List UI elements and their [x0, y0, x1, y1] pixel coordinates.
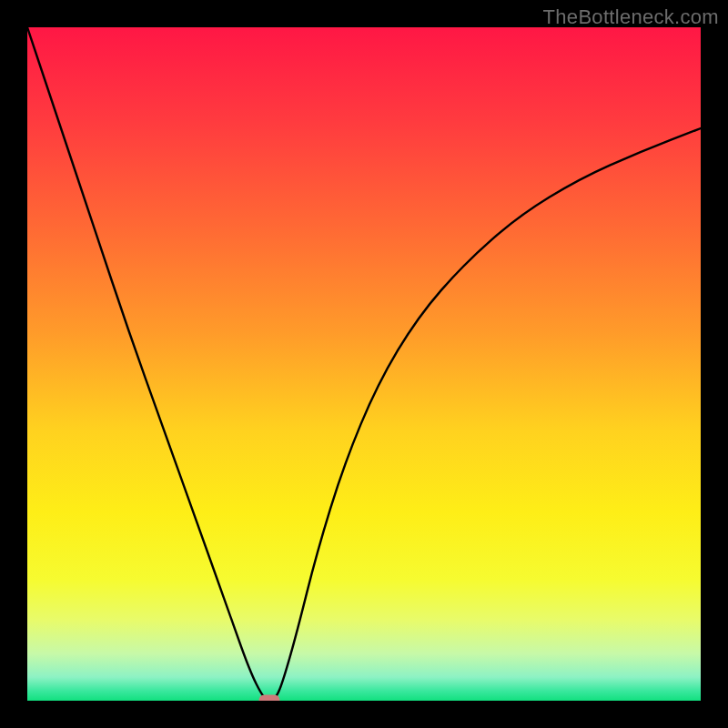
- bottleneck-curve: [27, 27, 701, 700]
- watermark-text: TheBottleneck.com: [543, 5, 719, 29]
- plot-area: [27, 27, 701, 701]
- curve-svg: [27, 27, 701, 701]
- optimal-point-marker: [259, 695, 280, 702]
